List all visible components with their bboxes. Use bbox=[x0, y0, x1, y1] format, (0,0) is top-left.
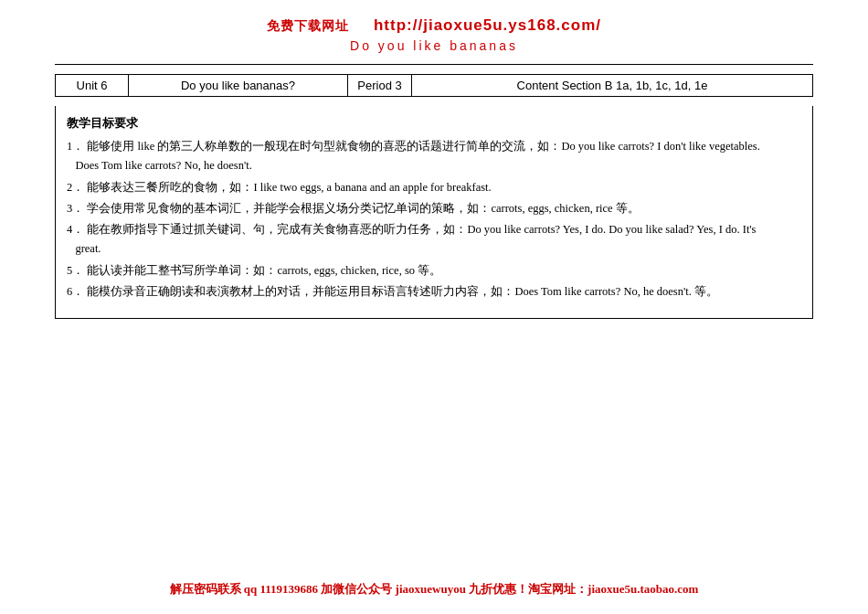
objective-item-3: 3． 学会使用常见食物的基本词汇，并能学会根据义场分类记忆单词的策略，如：car… bbox=[67, 199, 801, 218]
obj1-num: 1． bbox=[67, 140, 84, 153]
lesson-table: Unit 6 Do you like bananas? Period 3 Con… bbox=[55, 74, 813, 97]
objective-item-4: 4． 能在教师指导下通过抓关键词、句，完成有关食物喜恶的听力任务，如：Do yo… bbox=[67, 220, 801, 259]
objective-item-1: 1． 能够使用 like 的第三人称单数的一般现在时句型就食物的喜恶的话题进行简… bbox=[67, 137, 801, 176]
obj3-text: 学会使用常见食物的基本词汇，并能学会根据义场分类记忆单词的策略，如：carrot… bbox=[87, 202, 639, 215]
obj3-num: 3． bbox=[67, 202, 84, 215]
lesson-table-wrapper: Unit 6 Do you like bananas? Period 3 Con… bbox=[55, 74, 813, 97]
objectives-section: 教学目标要求 1． 能够使用 like 的第三人称单数的一般现在时句型就食物的喜… bbox=[55, 106, 813, 319]
obj5-text: 能认读并能工整书写所学单词：如：carrots, eggs, chicken, … bbox=[87, 264, 441, 277]
obj2-num: 2． bbox=[67, 181, 84, 194]
obj1-cn: 能够使用 like 的第三人称单数的一般现在时句型就食物的喜恶的话题进行简单的交… bbox=[87, 140, 759, 153]
footer-label: 解压密码联系 qq 1119139686 加微信公众号 jiaoxuewuyou… bbox=[170, 582, 699, 596]
header-section: 免费下载网址 http://jiaoxue5u.ys168.com/ Do yo… bbox=[0, 0, 868, 58]
content-cell: Content Section B 1a, 1b, 1c, 1d, 1e bbox=[412, 75, 813, 97]
objectives-title: 教学目标要求 bbox=[67, 115, 801, 132]
obj4-text: 能在教师指导下通过抓关键词、句，完成有关食物喜恶的听力任务，如：Do you l… bbox=[87, 223, 756, 236]
footer-section: 解压密码联系 qq 1119139686 加微信公众号 jiaoxuewuyou… bbox=[0, 581, 868, 598]
obj2-text: 能够表达三餐所吃的食物，如：I like two eggs, a banana … bbox=[87, 181, 491, 194]
objective-item-6: 6． 能模仿录音正确朗读和表演教材上的对话，并能运用目标语言转述听力内容，如：D… bbox=[67, 282, 801, 302]
page-container: 免费下载网址 http://jiaoxue5u.ys168.com/ Do yo… bbox=[0, 0, 868, 614]
title-cell: Do you like bananas? bbox=[129, 75, 348, 97]
download-label: 免费下载网址 bbox=[267, 19, 349, 33]
download-url: http://jiaoxue5u.ys168.com/ bbox=[374, 16, 601, 34]
obj6-text: 能模仿录音正确朗读和表演教材上的对话，并能运用目标语言转述听力内容，如：Does… bbox=[87, 285, 718, 298]
obj4-num: 4． bbox=[67, 223, 84, 236]
obj6-num: 6． bbox=[67, 285, 84, 298]
unit-cell: Unit 6 bbox=[56, 75, 129, 97]
period-cell: Period 3 bbox=[348, 75, 412, 97]
obj4-en2: great. bbox=[75, 242, 101, 255]
download-line: 免费下载网址 http://jiaoxue5u.ys168.com/ bbox=[0, 16, 868, 35]
subtitle-line: Do you like bananas bbox=[0, 38, 868, 53]
obj5-num: 5． bbox=[67, 264, 84, 277]
lesson-row: Unit 6 Do you like bananas? Period 3 Con… bbox=[56, 75, 813, 97]
objective-item-2: 2． 能够表达三餐所吃的食物，如：I like two eggs, a bana… bbox=[67, 178, 801, 197]
objective-item-5: 5． 能认读并能工整书写所学单词：如：carrots, eggs, chicke… bbox=[67, 261, 801, 281]
footer-text: 解压密码联系 qq 1119139686 加微信公众号 jiaoxuewuyou… bbox=[0, 581, 868, 598]
top-divider bbox=[55, 64, 813, 65]
obj1-en2: Does Tom like carrots? No, he doesn't. bbox=[75, 159, 251, 172]
